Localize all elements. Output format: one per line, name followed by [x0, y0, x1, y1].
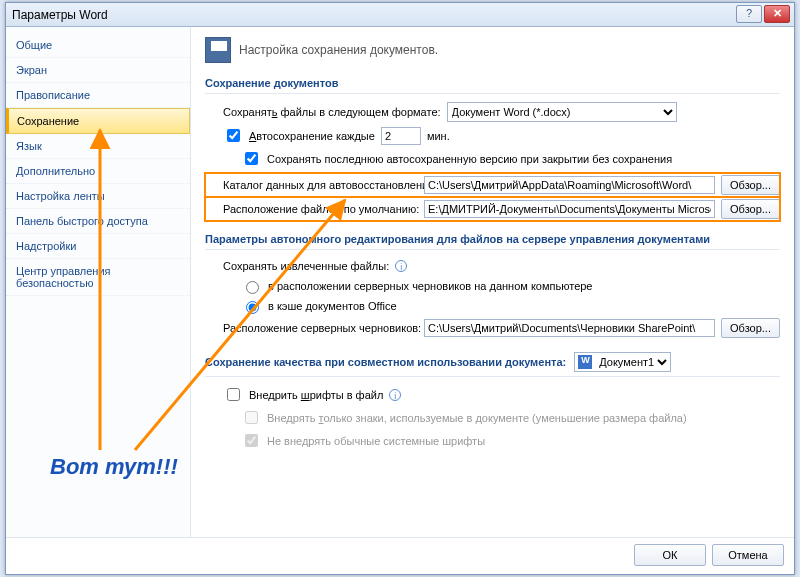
- sidebar-item-quick-access[interactable]: Панель быстрого доступа: [6, 209, 190, 234]
- minutes-label: мин.: [427, 130, 450, 142]
- sidebar: Общие Экран Правописание Сохранение Язык…: [6, 27, 191, 537]
- browse-autorecover-button[interactable]: Обзор...: [721, 175, 780, 195]
- autorecover-path-label: Каталог данных для автовосстановления:: [223, 179, 418, 191]
- option-local-drafts-radio[interactable]: [246, 281, 259, 294]
- format-label: Сохранять файлы в следующем формате:: [223, 106, 441, 118]
- page-header: Настройка сохранения документов.: [239, 43, 438, 57]
- window-title: Параметры Word: [12, 8, 108, 22]
- keep-last-autosave-checkbox[interactable]: [245, 152, 258, 165]
- footer: ОК Отмена: [6, 537, 794, 571]
- autosave-label: Автосохранение каждые: [249, 130, 375, 142]
- info-icon[interactable]: i: [395, 260, 407, 272]
- titlebar: Параметры Word ? ✕: [6, 3, 794, 27]
- sidebar-item-addins[interactable]: Надстройки: [6, 234, 190, 259]
- embed-fonts-label: Внедрить шрифты в файл: [249, 389, 383, 401]
- option-office-cache-label: в кэше документов Office: [268, 300, 397, 312]
- default-location-label: Расположение файлов по умолчанию:: [223, 203, 418, 215]
- browse-server-drafts-button[interactable]: Обзор...: [721, 318, 780, 338]
- no-system-fonts-label: Не внедрять обычные системные шрифты: [267, 435, 485, 447]
- target-document-select-wrap[interactable]: Документ1: [574, 352, 671, 372]
- section-save-documents: Сохранение документов: [205, 73, 780, 94]
- help-button[interactable]: ?: [736, 5, 762, 23]
- autosave-minutes-input[interactable]: [381, 127, 421, 145]
- sidebar-item-save[interactable]: Сохранение: [6, 108, 190, 134]
- sidebar-item-advanced[interactable]: Дополнительно: [6, 159, 190, 184]
- sidebar-item-general[interactable]: Общие: [6, 33, 190, 58]
- target-document-select[interactable]: Документ1: [595, 353, 670, 371]
- sidebar-item-display[interactable]: Экран: [6, 58, 190, 83]
- embed-only-used-checkbox: [245, 411, 258, 424]
- option-office-cache-radio[interactable]: [246, 301, 259, 314]
- server-drafts-input[interactable]: [424, 319, 715, 337]
- embed-fonts-checkbox[interactable]: [227, 388, 240, 401]
- embed-only-used-label: Внедрять только знаки, используемые в до…: [267, 412, 687, 424]
- ok-button[interactable]: ОК: [634, 544, 706, 566]
- section-quality: Сохранение качества при совместном испол…: [205, 348, 780, 377]
- document-icon: [578, 355, 592, 369]
- sidebar-item-ribbon[interactable]: Настройка ленты: [6, 184, 190, 209]
- sidebar-item-trust-center[interactable]: Центр управления безопасностью: [6, 259, 190, 296]
- section-quality-label: Сохранение качества при совместном испол…: [205, 356, 566, 368]
- cancel-button[interactable]: Отмена: [712, 544, 784, 566]
- no-system-fonts-checkbox: [245, 434, 258, 447]
- save-icon: [205, 37, 231, 63]
- browse-default-location-button[interactable]: Обзор...: [721, 199, 780, 219]
- server-drafts-label: Расположение серверных черновиков:: [223, 322, 418, 334]
- sidebar-item-language[interactable]: Язык: [6, 134, 190, 159]
- default-location-input[interactable]: [424, 200, 715, 218]
- info-icon[interactable]: i: [389, 389, 401, 401]
- close-button[interactable]: ✕: [764, 5, 790, 23]
- save-format-select[interactable]: Документ Word (*.docx): [447, 102, 677, 122]
- save-checked-files-label: Сохранять извлеченные файлы:: [223, 260, 389, 272]
- sidebar-item-proofing[interactable]: Правописание: [6, 83, 190, 108]
- option-local-drafts-label: в расположении серверных черновиков на д…: [268, 280, 592, 292]
- section-offline-editing: Параметры автономного редактирования для…: [205, 229, 780, 250]
- main-panel: Настройка сохранения документов. Сохране…: [191, 27, 794, 537]
- autorecover-path-input[interactable]: [424, 176, 715, 194]
- autosave-checkbox[interactable]: [227, 129, 240, 142]
- keep-last-autosave-label: Сохранять последнюю автосохраненную верс…: [267, 153, 672, 165]
